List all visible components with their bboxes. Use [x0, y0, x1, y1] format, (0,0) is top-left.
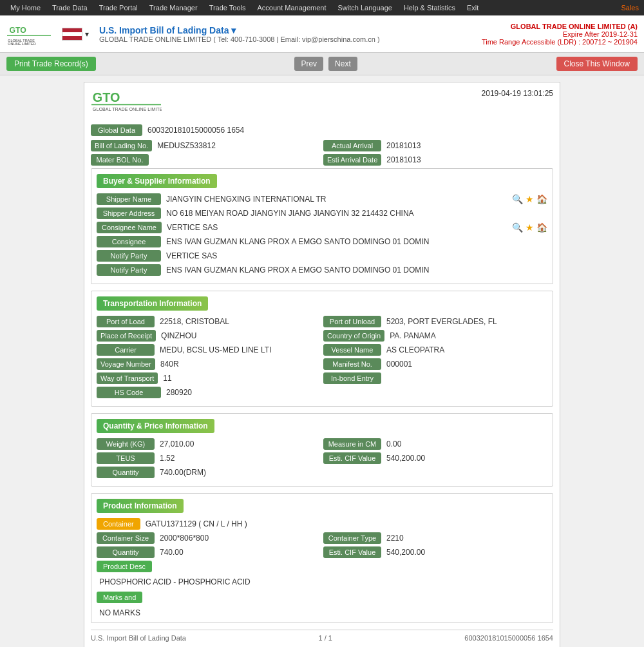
way-transport-value: 11: [160, 372, 174, 384]
nav-sales[interactable]: Sales: [621, 4, 639, 12]
consignee-name-row: Consignee Name VERTICE SAS 🔍 ★ 🏠: [97, 222, 547, 233]
esti-arrival-label: Esti Arrival Date: [323, 154, 381, 166]
nav-trade-portal[interactable]: Trade Portal: [94, 3, 143, 13]
vessel-name-label: Vessel Name: [323, 344, 381, 356]
hs-code-row: HS Code 280920: [97, 387, 547, 398]
notify-party-label: Notify Party: [97, 250, 161, 262]
product-desc-value: PHOSPHORIC ACID - PHOSPHORIC ACID: [97, 577, 547, 586]
shipper-name-home-icon[interactable]: 🏠: [536, 194, 547, 204]
manifest-right: Manifest No. 000001: [323, 358, 547, 370]
card-datetime: 2019-04-19 13:01:25: [482, 89, 553, 98]
product-desc-area: Product Desc: [97, 561, 547, 575]
shipper-name-row: Shipper Name JIANGYIN CHENGXING INTERNAT…: [97, 193, 547, 205]
nav-trade-data[interactable]: Trade Data: [47, 3, 93, 13]
svg-text:GLOBAL TRADE ONLINE LIMITED: GLOBAL TRADE ONLINE LIMITED: [93, 106, 162, 112]
container-type-label: Container Type: [323, 532, 381, 544]
bol-left: Bill of Lading No. MEDUSZ533812: [91, 140, 321, 151]
receipt-origin-row: Place of Receipt QINZHOU Country of Orig…: [97, 330, 547, 342]
product-info-header: Product Information: [97, 499, 184, 513]
notify-party2-row: Notify Party ENS IVAN GUZMAN KLANG PROX …: [97, 264, 547, 276]
nav-trade-tools[interactable]: Trade Tools: [204, 3, 251, 13]
port-unload-right: Port of Unload 5203, PORT EVERGLADES, FL: [323, 316, 547, 327]
carrier-value: MEDU, BCSL US-MED LINE LTI: [157, 344, 274, 356]
mater-bol-label: Mater BOL No.: [91, 154, 149, 166]
quantity-price-header: Quantity & Price Information: [97, 419, 214, 433]
vessel-name-value: AS CLEOPATRA: [384, 344, 447, 356]
nav-switch-language[interactable]: Switch Language: [333, 3, 397, 13]
shipper-address-value: NO 618 MEIYAN ROAD JIANGYIN JIANG JIANGY…: [164, 208, 547, 219]
esti-cif-right: Esti. CIF Value 540,200.00: [323, 452, 547, 464]
container-label[interactable]: Container: [97, 518, 140, 530]
port-row: Port of Load 22518, CRISTOBAL Port of Un…: [97, 316, 547, 327]
weight-label: Weight (KG): [97, 438, 155, 450]
voyage-left: Voyage Number 840R: [97, 358, 321, 370]
actual-arrival-value: 20181013: [384, 140, 423, 151]
consignee-value: ENS IVAN GUZMAN KLANG PROX A EMGO SANTO …: [164, 236, 547, 247]
card-footer-center: 1 / 1: [318, 634, 332, 642]
shipper-name-search-icon[interactable]: 🔍: [512, 194, 523, 204]
prod-quantity-value: 740.00: [157, 546, 186, 558]
card-logo: GTO GLOBAL TRADE ONLINE LIMITED: [91, 89, 155, 118]
top-toolbar: Print Trade Record(s) Prev Next Close Th…: [0, 53, 644, 75]
shipper-address-row: Shipper Address NO 618 MEIYAN ROAD JIANG…: [97, 208, 547, 219]
shipper-name-star-icon[interactable]: ★: [526, 194, 534, 204]
shipper-name-value: JIANGYIN CHENGXING INTERNATIONAL TR: [164, 193, 509, 205]
place-receipt-label: Place of Receipt: [97, 330, 156, 342]
mater-bol-value: [151, 159, 156, 161]
manifest-no-value: 000001: [384, 358, 415, 370]
us-flag-icon: [62, 28, 82, 41]
print-record-button[interactable]: Print Trade Record(s): [6, 57, 96, 71]
quantity-row: Quantity 740.00(DRM): [97, 467, 547, 478]
carrier-left: Carrier MEDU, BCSL US-MED LINE LTI: [97, 344, 321, 356]
prod-esti-cif-right: Esti. CIF Value 540,200.00: [323, 546, 547, 558]
consignee-name-search-icon[interactable]: 🔍: [512, 222, 523, 233]
actual-arrival-right: Actual Arrival 20181013: [323, 140, 553, 151]
shipper-address-label: Shipper Address: [97, 208, 161, 219]
close-window-button[interactable]: Close This Window: [556, 57, 638, 71]
bol-value: MEDUSZ533812: [155, 140, 218, 151]
nav-trade-manager[interactable]: Trade Manager: [144, 3, 203, 13]
flag-area: ▾: [62, 28, 89, 41]
manifest-no-label: Manifest No.: [323, 358, 381, 370]
svg-text:GTO: GTO: [93, 90, 120, 104]
marks-label: Marks and: [97, 592, 142, 603]
prod-quantity-label: Quantity: [97, 546, 155, 558]
port-load-left: Port of Load 22518, CRISTOBAL: [97, 316, 321, 327]
prod-quantity-left: Quantity 740.00: [97, 546, 321, 558]
quantity-value: 740.00(DRM): [157, 467, 547, 478]
consignee-name-home-icon[interactable]: 🏠: [536, 222, 547, 233]
container-size-value: 2000*806*800: [157, 532, 211, 544]
weight-measure-row: Weight (KG) 27,010.00 Measure in CM 0.00: [97, 438, 547, 450]
next-button[interactable]: Next: [328, 57, 357, 71]
mater-bol-row: Mater BOL No. Esti Arrival Date 20181013: [91, 154, 553, 166]
place-receipt-value: QINZHOU: [158, 330, 199, 342]
teus-cif-row: TEUS 1.52 Esti. CIF Value 540,200.00: [97, 452, 547, 464]
nav-my-home[interactable]: My Home: [5, 3, 46, 13]
prev-button[interactable]: Prev: [294, 57, 323, 71]
country-origin-value: PA. PANAMA: [387, 330, 439, 342]
transportation-section: Transportation Information Port of Load …: [91, 291, 553, 407]
voyage-number-label: Voyage Number: [97, 358, 155, 370]
shipper-name-label: Shipper Name: [97, 193, 161, 205]
notify-party2-label: Notify Party: [97, 264, 161, 276]
marks-value: NO MARKS: [97, 608, 547, 617]
buyer-supplier-section: Buyer & Supplier Information Shipper Nam…: [91, 168, 553, 284]
consignee-label: Consignee: [97, 236, 161, 247]
inbond-entry-value: [384, 377, 389, 380]
nav-exit[interactable]: Exit: [462, 3, 484, 13]
record-card: GTO GLOBAL TRADE ONLINE LIMITED 2019-04-…: [84, 82, 560, 647]
nav-account-mgmt[interactable]: Account Management: [252, 3, 332, 13]
port-load-value: 22518, CRISTOBAL: [157, 316, 232, 327]
weight-value: 27,010.00: [157, 438, 196, 450]
port-load-label: Port of Load: [97, 316, 155, 327]
svg-text:ONLINE LIMITED: ONLINE LIMITED: [8, 42, 35, 46]
prod-esti-cif-label: Esti. CIF Value: [323, 546, 381, 558]
top-navigation: My Home Trade Data Trade Portal Trade Ma…: [0, 0, 644, 15]
nav-menu: My Home Trade Data Trade Portal Trade Ma…: [5, 3, 484, 13]
notify-party-value: VERTICE SAS: [164, 250, 547, 262]
nav-help-statistics[interactable]: Help & Statistics: [399, 3, 460, 13]
bol-row: Bill of Lading No. MEDUSZ533812 Actual A…: [91, 140, 553, 151]
consignee-name-star-icon[interactable]: ★: [526, 222, 534, 233]
teus-value: 1.52: [157, 452, 177, 464]
inbond-entry-label: In-bond Entry: [323, 372, 381, 384]
